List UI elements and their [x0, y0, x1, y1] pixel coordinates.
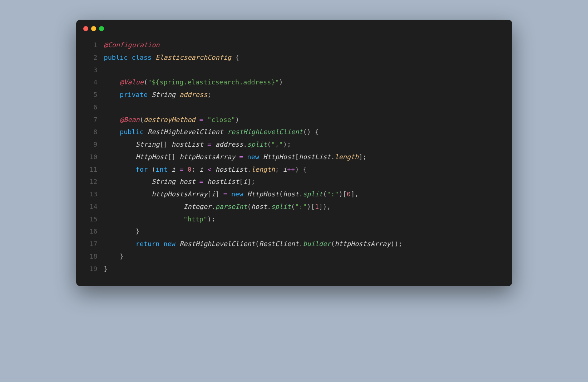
token-punct: [235, 153, 239, 161]
token-kw: public: [120, 128, 144, 136]
token-punct: ;: [275, 166, 283, 173]
code-content: public class ElasticsearchConfig {: [104, 52, 239, 64]
token-type: RestHighLevelClient: [148, 128, 223, 136]
token-punct: );: [283, 141, 291, 148]
code-line: 17 return new RestHighLevelClient(RestCl…: [85, 238, 503, 250]
token-punct: [148, 91, 152, 98]
token-punct: [104, 240, 136, 248]
token-punct: [104, 190, 152, 198]
token-punct: (: [247, 203, 251, 210]
token-punct: (: [291, 203, 295, 210]
token-ident: i: [172, 166, 176, 173]
line-number: 1: [85, 39, 98, 52]
code-editor[interactable]: 1@Configuration2public class Elasticsear…: [76, 31, 512, 286]
token-punct: [144, 128, 148, 136]
token-string: "http": [183, 215, 207, 223]
code-line: 13 httpHostsArray[i] = new HttpHost(host…: [85, 188, 503, 201]
close-icon[interactable]: [83, 26, 88, 31]
token-op: =: [239, 153, 243, 161]
token-field: length: [335, 153, 359, 161]
token-punct: .: [299, 240, 303, 248]
token-punct: [104, 215, 184, 223]
token-method: split: [303, 190, 323, 198]
token-punct: ;: [192, 166, 199, 173]
token-ident: hostList: [299, 153, 331, 161]
token-type: HttpHost: [263, 153, 295, 161]
token-kw: class: [132, 54, 152, 61]
token-punct: [203, 178, 207, 185]
token-ident: httpHostsArray: [152, 190, 207, 198]
token-punct: (: [323, 190, 327, 198]
token-punct: ): [279, 78, 283, 86]
token-punct: [: [295, 153, 299, 161]
code-line: 1@Configuration: [85, 39, 503, 52]
code-line: 9 String[] hostList = address.split(",")…: [85, 138, 503, 151]
line-number: 15: [85, 213, 98, 226]
line-number: 7: [85, 114, 98, 126]
token-string: ":": [295, 203, 307, 210]
token-kw: private: [120, 91, 148, 98]
token-string: ":": [327, 190, 339, 198]
token-punct: (: [140, 116, 144, 123]
token-ident: hostList: [215, 166, 247, 173]
token-punct: [104, 116, 120, 123]
token-ident: i: [199, 166, 203, 173]
line-number: 10: [85, 151, 98, 163]
token-punct: [104, 153, 136, 161]
code-content: HttpHost[] httpHostsArray = new HttpHost…: [104, 151, 367, 163]
token-string: "${spring.elasticsearch.address}": [148, 78, 279, 86]
line-number: 9: [85, 138, 98, 151]
token-punct: [203, 116, 207, 123]
token-op: <: [207, 166, 211, 173]
code-content: @Bean(destroyMethod = "close"): [104, 114, 239, 126]
token-punct: [211, 141, 215, 148]
token-ident: httpHostsArray: [335, 240, 391, 248]
token-method: split: [271, 203, 291, 210]
token-punct: .: [243, 141, 247, 148]
zoom-icon[interactable]: [99, 26, 104, 31]
token-ann: @Configuration: [104, 41, 160, 49]
line-number: 6: [85, 101, 98, 114]
token-kw: return: [136, 240, 160, 248]
token-string: ",": [271, 141, 283, 148]
token-punct: [128, 54, 132, 61]
token-punct: }: [104, 253, 124, 260]
token-punct: .: [211, 203, 215, 210]
token-punct: ]: [215, 190, 223, 198]
code-content: Integer.parseInt(host.split(":")[1]),: [104, 201, 331, 213]
token-type: RestHighLevelClient: [179, 240, 255, 248]
line-number: 12: [85, 176, 98, 188]
token-punct: [: [207, 190, 211, 198]
line-number: 19: [85, 263, 98, 275]
minimize-icon[interactable]: [91, 26, 96, 31]
token-num: 0: [187, 166, 191, 173]
token-punct: [104, 91, 120, 98]
token-num: 1: [315, 203, 319, 210]
token-kw: new: [247, 153, 259, 161]
token-op: =: [223, 190, 227, 198]
token-punct: (: [144, 78, 148, 86]
token-field: length: [251, 166, 275, 173]
code-content: public RestHighLevelClient restHighLevel…: [104, 126, 319, 138]
code-content: httpHostsArray[i] = new HttpHost(host.sp…: [104, 188, 359, 201]
code-content: for (int i = 0; i < hostList.length; i++…: [104, 163, 307, 176]
token-punct: ;: [207, 91, 211, 98]
token-punct: [223, 128, 227, 136]
code-line: 11 for (int i = 0; i < hostList.length; …: [85, 163, 503, 176]
token-num: 0: [347, 190, 351, 198]
code-content: private String address;: [104, 89, 212, 101]
token-ident: host: [179, 178, 196, 185]
token-ident: hostList: [172, 141, 203, 148]
code-content: return new RestHighLevelClient(RestClien…: [104, 238, 402, 250]
token-punct: [104, 78, 120, 86]
token-punct: (: [267, 141, 271, 148]
token-punct: [152, 54, 155, 61]
token-kw: new: [231, 190, 243, 198]
token-punct: .: [331, 153, 335, 161]
line-number: 18: [85, 250, 98, 263]
line-number: 16: [85, 225, 98, 238]
code-window: 1@Configuration2public class Elasticsear…: [76, 20, 512, 286]
code-line: 12 String host = hostList[i];: [85, 176, 503, 188]
code-content: String[] hostList = address.split(",");: [104, 138, 291, 151]
code-line: 18 }: [85, 250, 503, 263]
